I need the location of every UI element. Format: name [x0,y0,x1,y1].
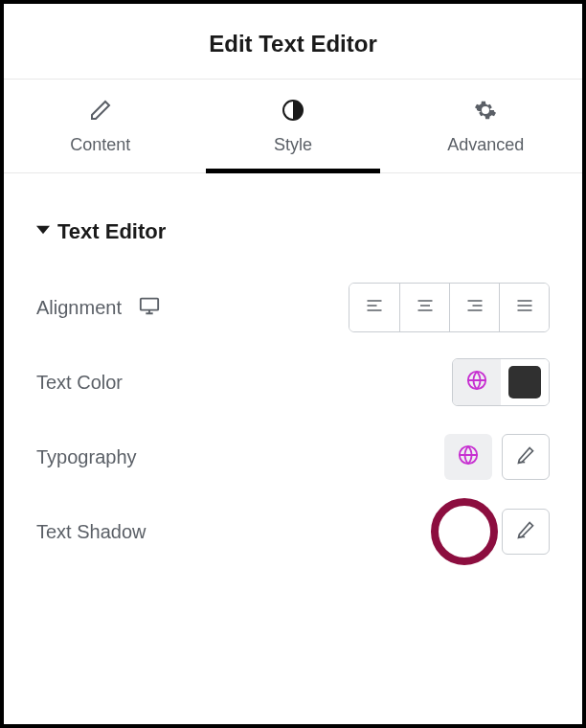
color-swatch [508,366,541,398]
row-typography: Typography [36,432,550,482]
tab-style[interactable]: Style [196,80,389,172]
panel-title: Edit Text Editor [209,31,377,57]
section-header[interactable]: Text Editor [36,219,550,244]
row-text-color: Text Color [36,357,550,407]
tab-label: Advanced [447,135,524,155]
text-shadow-edit-button[interactable] [502,509,550,555]
tab-advanced[interactable]: Advanced [390,80,582,172]
typography-label: Typography [36,446,137,468]
color-picker-button[interactable] [501,359,549,405]
row-text-shadow: Text Shadow [36,507,550,557]
alignment-buttons [349,283,550,332]
svg-rect-1 [141,299,158,310]
tab-content[interactable]: Content [4,80,196,172]
edit-pencil-icon [516,445,535,468]
text-shadow-controls [502,509,550,555]
tab-label: Content [70,135,130,155]
align-justify-button[interactable] [499,284,549,331]
text-shadow-label: Text Shadow [36,521,146,543]
align-justify-icon [515,296,534,319]
row-left: Text Shadow [36,521,146,543]
text-color-label: Text Color [36,372,123,394]
row-left: Text Color [36,372,123,394]
text-color-control [452,358,550,406]
align-center-button[interactable] [399,284,449,331]
row-left: Typography [36,446,137,468]
gear-icon [474,99,497,125]
alignment-label: Alignment [36,297,122,319]
globe-icon [466,370,487,395]
desktop-icon[interactable] [139,295,160,320]
align-center-icon [416,296,435,319]
align-right-icon [465,296,485,319]
row-alignment: Alignment [36,283,550,332]
align-left-icon [365,296,384,319]
global-typography-button[interactable] [444,434,492,480]
section-title: Text Editor [57,219,166,244]
caret-down-icon [36,223,50,240]
globe-icon [458,444,479,469]
contrast-icon [282,99,304,125]
typography-edit-button[interactable] [502,434,550,480]
panel-body: Text Editor Alignment [4,173,582,557]
global-color-button[interactable] [453,359,501,405]
row-left: Alignment [36,295,160,320]
panel-header: Edit Text Editor [4,4,582,79]
tabs-bar: Content Style Advanced [4,79,582,173]
editor-panel: Edit Text Editor Content Style Advanced [0,0,586,728]
align-left-button[interactable] [349,284,399,331]
edit-pencil-icon [516,520,535,543]
align-right-button[interactable] [449,284,499,331]
typography-controls [444,434,550,480]
pencil-icon [89,99,112,125]
tab-label: Style [274,135,312,155]
